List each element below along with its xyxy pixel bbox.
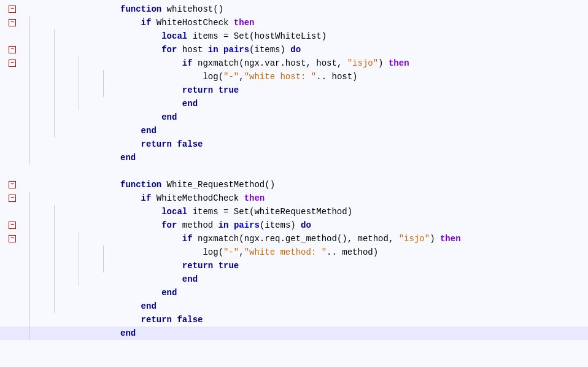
token-str: "white method: ": [244, 247, 327, 257]
fold-button[interactable]: −: [9, 222, 16, 229]
indent-guide: [29, 56, 30, 70]
token-plain: [120, 207, 161, 217]
token-kw-purple: then: [389, 58, 409, 68]
token-plain: log(: [120, 72, 223, 82]
fold-button[interactable]: −: [9, 181, 16, 188]
indent-guide: [54, 299, 55, 313]
code-line: local items = Set(whiteRequestMethod): [0, 205, 588, 218]
code-line: end: [0, 97, 588, 110]
tree-lines: [18, 110, 117, 124]
code-tokens: end: [117, 124, 588, 137]
token-kw-blue: if: [141, 18, 152, 28]
code-tokens: log("-","white method: ".. method): [117, 245, 588, 259]
token-kw-blue: end: [182, 274, 198, 284]
code-tokens: end: [117, 299, 588, 313]
fold-button[interactable]: −: [9, 235, 16, 242]
token-plain: ,: [239, 72, 244, 82]
token-plain: [120, 31, 161, 41]
fold-gutter: [0, 87, 18, 94]
code-line: − if WhiteMethodCheck then: [0, 191, 588, 205]
tree-lines: [18, 205, 117, 218]
indent-guide: [79, 259, 79, 272]
token-kw-blue: return: [141, 139, 172, 149]
indent-guide: [29, 137, 30, 151]
code-tokens: log("-","white host: ".. host): [117, 70, 588, 83]
code-line: − for host in pairs(items) do: [0, 43, 588, 56]
fold-gutter: −: [0, 195, 18, 202]
fold-gutter: [0, 289, 18, 296]
token-kw-blue: end: [120, 153, 136, 163]
code-line: end: [0, 272, 588, 286]
code-tokens: return true: [117, 259, 588, 272]
code-tokens: return false: [117, 313, 588, 326]
token-kw-blue: return: [182, 261, 213, 271]
fold-button[interactable]: −: [9, 46, 16, 53]
fold-gutter: −: [0, 181, 18, 188]
token-plain: [120, 126, 141, 136]
code-line: log("-","white method: ".. method): [0, 245, 588, 259]
token-plain: [120, 274, 182, 284]
token-kw-blue: end: [182, 99, 198, 109]
code-line: end: [0, 124, 588, 137]
token-plain: [120, 288, 161, 298]
indent-guide: [29, 259, 30, 272]
code-tokens: end: [117, 151, 588, 164]
code-line: return false: [0, 313, 588, 326]
fold-button[interactable]: −: [9, 19, 16, 26]
indent-guide: [29, 110, 30, 124]
token-kw-blue: local: [161, 31, 187, 41]
code-tokens: function White_RequestMethod(): [117, 178, 588, 191]
token-plain: [213, 85, 218, 95]
tree-lines: [18, 29, 117, 43]
fold-gutter: [0, 154, 18, 161]
token-plain: [120, 301, 141, 311]
indent-guide: [79, 97, 79, 110]
code-line: log("-","white host: ".. host): [0, 70, 588, 83]
token-kw-blue: do: [301, 220, 311, 230]
token-kw-blue: end: [141, 301, 157, 311]
code-editor: −function whitehost()− if WhiteHostCheck…: [0, 0, 588, 367]
tree-lines: [18, 43, 117, 56]
token-plain: [120, 139, 141, 149]
token-kw-blue: for: [161, 220, 177, 230]
token-kw-blue: end: [141, 126, 157, 136]
indent-guide: [29, 299, 30, 313]
code-tokens: for host in pairs(items) do: [117, 43, 588, 56]
fold-gutter: [0, 100, 18, 107]
token-plain: method: [177, 220, 218, 230]
indent-guide: [79, 70, 79, 83]
token-kw-blue: function: [120, 4, 161, 14]
tree-lines: [18, 83, 117, 97]
code-line: return false: [0, 137, 588, 151]
token-kw-blue: if: [182, 58, 193, 68]
code-line: − if ngxmatch(ngx.var.host, host, "isjo"…: [0, 56, 588, 70]
token-str: "-": [223, 72, 239, 82]
code-tokens: if WhiteHostCheck then: [117, 16, 588, 29]
token-plain: ngxmatch(ngx.var.host, host,: [193, 58, 347, 68]
token-plain: WhiteHostCheck: [151, 18, 233, 28]
code-tokens: end: [117, 110, 588, 124]
token-kw-blue: in: [208, 45, 219, 55]
fold-gutter: [0, 114, 18, 121]
fold-button[interactable]: −: [9, 195, 16, 202]
code-tokens: return false: [117, 137, 588, 151]
token-plain: log(: [120, 247, 223, 257]
fold-gutter: [0, 249, 18, 256]
fold-gutter: [0, 141, 18, 148]
indent-guide: [54, 272, 55, 286]
indent-guide: [29, 245, 30, 259]
code-line: end: [0, 110, 588, 124]
code-line: −function whitehost(): [0, 2, 588, 16]
token-kw-blue: if: [182, 234, 193, 244]
indent-guide: [103, 70, 104, 83]
code-tokens: end: [117, 97, 588, 110]
code-tokens: end: [117, 326, 588, 340]
fold-button[interactable]: −: [9, 60, 16, 67]
tree-lines: [18, 178, 117, 191]
indent-guide: [54, 232, 55, 245]
fold-gutter: [0, 33, 18, 40]
code-line: end: [0, 151, 588, 164]
fold-button[interactable]: −: [9, 6, 16, 13]
indent-guide: [29, 97, 30, 110]
token-kw-purple: then: [234, 18, 255, 28]
